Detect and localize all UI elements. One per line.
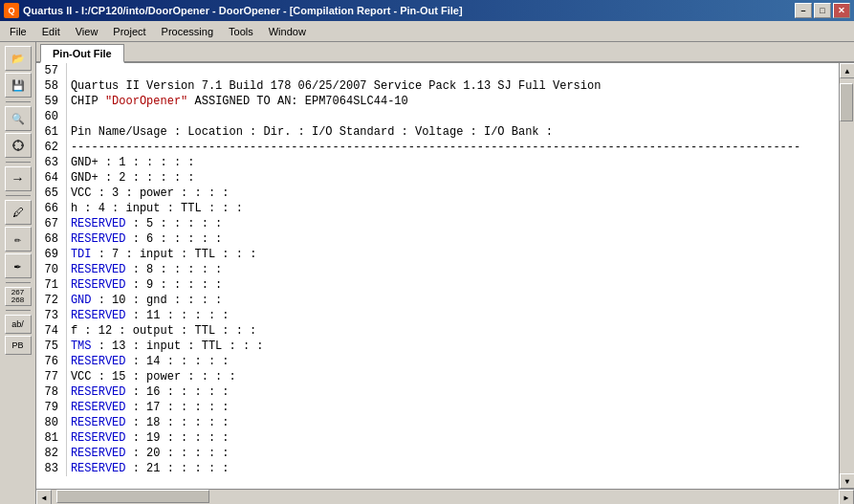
- code-part: : 14 : : : : :: [126, 355, 230, 368]
- menu-window[interactable]: Window: [261, 21, 314, 41]
- app-icon: Q: [4, 3, 19, 18]
- code-outer: 5758 Quartus II Version 7.1 Build 178 06…: [36, 63, 854, 504]
- code-part: RESERVED: [71, 263, 126, 276]
- line-code: TMS : 13 : input : TTL : : :: [66, 339, 839, 354]
- line-code: RESERVED : 11 : : : : :: [66, 308, 839, 323]
- menu-bar: File Edit View Project Processing Tools …: [0, 21, 854, 42]
- maximize-button[interactable]: □: [814, 3, 831, 18]
- table-row: 61 Pin Name/Usage : Location : Dir. : I/…: [36, 124, 839, 140]
- table-row: 71 RESERVED : 9 : : : : :: [36, 277, 839, 293]
- line-number: 61: [36, 124, 66, 140]
- scroll-up-button[interactable]: ▲: [840, 63, 854, 78]
- line-number: 77: [36, 369, 66, 384]
- line-number: 75: [36, 339, 66, 354]
- left-toolbar: 📂 💾 🔍 → 🖊 ✏ ✒ 267268 ab/ PB: [0, 42, 36, 504]
- table-row: 58 Quartus II Version 7.1 Build 178 06/2…: [36, 78, 839, 94]
- tab-label: Pin-Out File: [53, 48, 112, 59]
- minimize-button[interactable]: –: [795, 3, 812, 18]
- title-buttons[interactable]: – □ ✕: [795, 3, 850, 18]
- menu-view[interactable]: View: [68, 21, 106, 41]
- line-number: 71: [36, 277, 66, 293]
- arrow-button[interactable]: →: [5, 166, 32, 191]
- line-code: RESERVED : 8 : : : : :: [66, 262, 839, 277]
- table-row: 82 RESERVED : 20 : : : : :: [36, 446, 839, 461]
- code-part: CHIP: [71, 95, 105, 108]
- code-part: "DoorOpener": [105, 95, 187, 108]
- line-code: GND : 10 : gnd : : : :: [66, 293, 839, 308]
- line-number: 82: [36, 446, 66, 461]
- code-part: RESERVED: [71, 462, 126, 475]
- table-row: 65 VCC : 3 : power : : : :: [36, 186, 839, 201]
- open-button[interactable]: 📂: [5, 46, 32, 71]
- line-number: 70: [36, 262, 66, 277]
- line-code: Pin Name/Usage : Location : Dir. : I/O S…: [66, 124, 839, 140]
- table-row: 77 VCC : 15 : power : : : :: [36, 369, 839, 384]
- table-row: 76 RESERVED : 14 : : : : :: [36, 354, 839, 369]
- menu-tools[interactable]: Tools: [221, 21, 261, 41]
- menu-file[interactable]: File: [2, 21, 34, 41]
- scroll-track-h[interactable]: [52, 490, 839, 504]
- vertical-scrollbar[interactable]: ▲ ▼: [839, 63, 854, 489]
- tab-pin-out-file[interactable]: Pin-Out File: [40, 44, 124, 63]
- line-code: [66, 63, 839, 78]
- table-row: 64 GND+ : 2 : : : : :: [36, 170, 839, 186]
- code-part: Pin Name/Usage : Location : Dir. : I/O S…: [71, 125, 553, 139]
- table-row: 66 h : 4 : input : TTL : : :: [36, 201, 839, 216]
- code-part: TDI: [71, 248, 92, 261]
- code-part: RESERVED: [71, 232, 126, 246]
- menu-project[interactable]: Project: [105, 21, 153, 41]
- code-part: : 21 : : : : :: [126, 462, 230, 475]
- save-button[interactable]: 💾: [5, 73, 32, 98]
- locator-button[interactable]: [5, 133, 32, 158]
- paint-button-2[interactable]: ✏: [5, 227, 32, 252]
- line-number: 69: [36, 247, 66, 262]
- code-part: h : 4 : input : TTL : : :: [71, 202, 243, 215]
- code-part: : 9 : : : : :: [126, 278, 223, 292]
- line-code: RESERVED : 18 : : : : :: [66, 415, 839, 430]
- line-number: 78: [36, 384, 66, 400]
- scroll-left-button[interactable]: ◀: [36, 490, 52, 504]
- menu-edit[interactable]: Edit: [34, 21, 68, 41]
- line-code: RESERVED : 9 : : : : :: [66, 277, 839, 293]
- ab-button[interactable]: ab/: [5, 315, 32, 334]
- scroll-track-v[interactable]: [840, 78, 854, 473]
- line-number: 64: [36, 170, 66, 186]
- line-number: 83: [36, 461, 66, 476]
- code-part: f : 12 : output : TTL : : :: [71, 324, 256, 338]
- table-row: 62 -------------------------------------…: [36, 140, 839, 155]
- code-part: GND+ : 1 : : : : :: [71, 156, 195, 169]
- line-number: 74: [36, 323, 66, 339]
- code-part: VCC : 15 : power : : : :: [71, 370, 236, 383]
- toolbar-separator-1: [6, 101, 31, 102]
- zoom-button[interactable]: 267268: [5, 287, 32, 306]
- scroll-thumb-v[interactable]: [840, 83, 853, 121]
- table-row: 70 RESERVED : 8 : : : : :: [36, 262, 839, 277]
- title-bar-left: Q Quartus II - I:/CP120/into/DoorOpener …: [4, 3, 463, 18]
- line-number: 62: [36, 140, 66, 155]
- title-text: Quartus II - I:/CP120/into/DoorOpener - …: [23, 5, 463, 16]
- line-number: 57: [36, 63, 66, 78]
- line-code: VCC : 15 : power : : : :: [66, 369, 839, 384]
- line-code: RESERVED : 17 : : : : :: [66, 400, 839, 415]
- scroll-down-button[interactable]: ▼: [840, 473, 854, 489]
- scroll-thumb-h[interactable]: [56, 490, 209, 503]
- code-content[interactable]: 5758 Quartus II Version 7.1 Build 178 06…: [36, 63, 839, 489]
- pb-button[interactable]: PB: [5, 336, 32, 355]
- code-inner: 5758 Quartus II Version 7.1 Build 178 06…: [36, 63, 854, 489]
- line-code: ----------------------------------------…: [66, 140, 839, 155]
- paint-button-1[interactable]: 🖊: [5, 200, 32, 225]
- content-area: Pin-Out File 5758 Quartus II Version 7.1…: [36, 42, 854, 504]
- code-part: RESERVED: [71, 217, 126, 230]
- scroll-right-button[interactable]: ▶: [839, 490, 854, 504]
- code-part: RESERVED: [71, 431, 126, 445]
- close-button[interactable]: ✕: [833, 3, 850, 18]
- code-part: RESERVED: [71, 416, 126, 429]
- paint-button-3[interactable]: ✒: [5, 253, 32, 278]
- horizontal-scrollbar[interactable]: ◀ ▶: [36, 489, 854, 504]
- line-number: 72: [36, 293, 66, 308]
- find-button[interactable]: 🔍: [5, 106, 32, 131]
- line-code: [66, 109, 839, 124]
- table-row: 79 RESERVED : 17 : : : : :: [36, 400, 839, 415]
- menu-processing[interactable]: Processing: [154, 21, 221, 41]
- main-container: 📂 💾 🔍 → 🖊 ✏ ✒ 267268 ab/ PB Pi: [0, 42, 854, 504]
